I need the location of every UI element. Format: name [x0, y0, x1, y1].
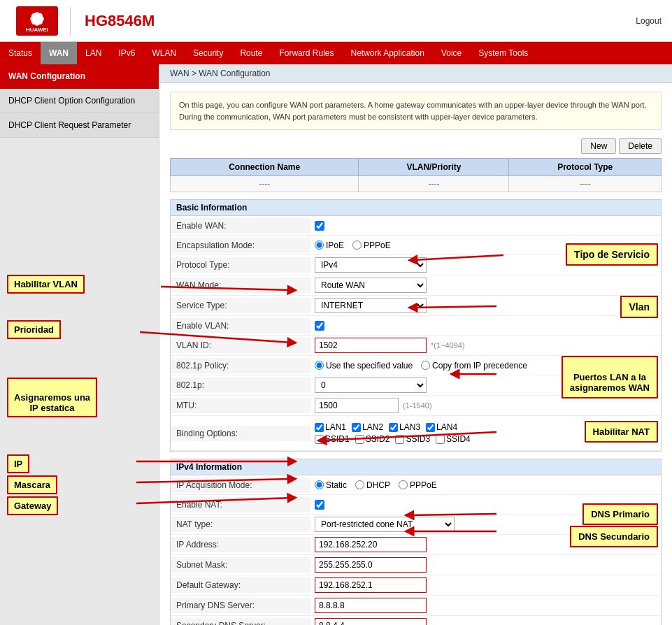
sidebar-item-dhcp-option[interactable]: DHCP Client Option Configuration [0, 89, 159, 113]
enable-nat-checkbox[interactable] [315, 500, 324, 510]
primary-dns-value [310, 596, 661, 615]
ip-pppoe-label[interactable]: PPPoE [399, 480, 437, 490]
vlan-id-input[interactable] [315, 338, 427, 353]
enable-wan-label: Enable WAN: [171, 218, 310, 234]
binding-ssid2-label[interactable]: SSID2 [355, 434, 390, 444]
connections-table: Connection Name VLAN/Priority Protocol T… [170, 158, 662, 192]
policy-copy-ip-label[interactable]: Copy from IP precedence [421, 361, 527, 371]
table-area: New Delete Connection Name VLAN/Priority… [170, 138, 662, 192]
ipv4-info-section: IPv4 Information IP Acquisition Mode: St… [170, 459, 662, 625]
binding-lan2-label[interactable]: LAN2 [352, 422, 383, 432]
enable-nat-value [310, 498, 661, 512]
mtu-input[interactable] [315, 398, 399, 413]
ip-address-label: IP Address: [171, 537, 310, 552]
policy-copy-ip-radio[interactable] [421, 361, 430, 370]
nav-forward-rules[interactable]: Forward Rules [271, 42, 342, 64]
encap-mode-row: Encapsulation Mode: IPoE PPPoE [171, 236, 661, 255]
service-type-row: Service Type: INTERNET [171, 296, 661, 316]
mtu-hint: (1-1540) [403, 401, 432, 410]
cell-protocol: ---- [509, 176, 662, 192]
enable-wan-checkbox[interactable] [315, 221, 324, 231]
subnet-mask-input[interactable] [315, 557, 427, 573]
ip-address-value [310, 535, 661, 554]
enable-vlan-value [310, 319, 661, 333]
default-gw-input[interactable] [315, 577, 427, 593]
nav-ipv6[interactable]: IPv6 [110, 42, 143, 64]
basic-info-header: Basic Information [171, 200, 661, 216]
secondary-dns-input[interactable] [315, 618, 427, 625]
nat-type-select[interactable]: Port-restricted cone NAT [315, 517, 455, 532]
binding-lan2-checkbox[interactable] [352, 423, 361, 432]
binding-ssid1-checkbox[interactable] [315, 435, 324, 444]
binding-ssid3-checkbox[interactable] [395, 435, 404, 444]
encap-ipoe-radio[interactable] [315, 240, 324, 250]
sidebar: WAN Configuration DHCP Client Option Con… [0, 64, 159, 625]
policy-8021p-label: 802.1p Policy: [171, 358, 310, 373]
binding-label: Binding Options: [171, 426, 310, 441]
binding-ssid-checks: SSID1 SSID2 SSID3 SSID4 [315, 434, 471, 444]
binding-ssid1-label[interactable]: SSID1 [315, 434, 350, 444]
ip-dhcp-label[interactable]: DHCP [355, 480, 390, 490]
secondary-dns-label: Secondary DNS Server: [171, 618, 310, 625]
new-button[interactable]: New [581, 138, 616, 154]
delete-button[interactable]: Delete [619, 138, 662, 154]
ip-address-input[interactable] [315, 537, 427, 552]
primary-dns-input[interactable] [315, 598, 427, 613]
app-title: HG8546M [85, 12, 155, 30]
binding-lan-checks: LAN1 LAN2 LAN3 LAN4 [315, 422, 471, 432]
encap-ipoe-label[interactable]: IPoE [315, 240, 344, 250]
vlan-id-value: *(1~4094) [310, 336, 661, 355]
nav-voice[interactable]: Voice [433, 42, 470, 64]
policy-use-specified-label[interactable]: Use the specified value [315, 361, 413, 371]
ip-acq-row: IP Acquisition Mode: Static DHCP PPPo [171, 475, 661, 495]
nav-wan[interactable]: WAN [41, 42, 77, 64]
enable-vlan-checkbox[interactable] [315, 321, 324, 331]
encap-pppoe-radio[interactable] [352, 240, 362, 250]
service-type-value: INTERNET [310, 296, 661, 315]
ip-dhcp-radio[interactable] [355, 480, 364, 489]
nav-system-tools[interactable]: System Tools [470, 42, 536, 64]
nav-route[interactable]: Route [231, 42, 271, 64]
enable-nat-label: Enable NAT: [171, 497, 310, 512]
binding-value: LAN1 LAN2 LAN3 LAN4 SSID1 SSID2 SSID3 SS… [310, 420, 661, 446]
svg-text:HUAWEI: HUAWEI [26, 27, 48, 33]
nav-status[interactable]: Status [0, 42, 41, 64]
nav-network-app[interactable]: Network Application [342, 42, 432, 64]
binding-lan3-checkbox[interactable] [389, 423, 398, 432]
binding-lan1-checkbox[interactable] [315, 423, 324, 432]
binding-ssid2-checkbox[interactable] [355, 435, 364, 444]
val-8021p-select[interactable]: 0 [315, 378, 427, 393]
binding-ssid3-label[interactable]: SSID3 [395, 434, 430, 444]
binding-lan4-checkbox[interactable] [426, 423, 435, 432]
default-gw-row: Default Gateway: [171, 575, 661, 596]
binding-lan3-label[interactable]: LAN3 [389, 422, 420, 432]
nav-security[interactable]: Security [185, 42, 231, 64]
vlan-id-label: VLAN ID: [171, 338, 310, 353]
service-type-select[interactable]: INTERNET [315, 298, 427, 313]
vlan-hint: *(1~4094) [431, 341, 465, 350]
binding-lan4-label[interactable]: LAN4 [426, 422, 457, 432]
enable-nat-row: Enable NAT: [171, 495, 661, 515]
ip-static-radio[interactable] [315, 480, 324, 489]
protocol-type-select[interactable]: IPv4 [315, 257, 427, 273]
secondary-dns-value [310, 616, 661, 625]
col-vlan-priority: VLAN/Priority [359, 159, 509, 176]
binding-ssid4-label[interactable]: SSID4 [436, 434, 471, 444]
ip-static-label[interactable]: Static [315, 480, 347, 490]
logout-button[interactable]: Logout [636, 16, 662, 26]
binding-lan1-label[interactable]: LAN1 [315, 422, 346, 432]
binding-ssid4-checkbox[interactable] [436, 435, 445, 444]
ip-acq-value: Static DHCP PPPoE [310, 478, 661, 492]
primary-dns-row: Primary DNS Server: [171, 596, 661, 616]
enable-wan-value [310, 219, 661, 233]
policy-use-specified-radio[interactable] [315, 361, 324, 370]
encap-pppoe-label[interactable]: PPPoE [352, 240, 391, 250]
nav-lan[interactable]: LAN [77, 42, 110, 64]
sidebar-item-dhcp-request[interactable]: DHCP Client Request Parameter [0, 113, 159, 138]
subnet-mask-value [310, 555, 661, 575]
sidebar-item-wan-config[interactable]: WAN Configuration [0, 64, 159, 89]
huawei-logo: HUAWEI [10, 6, 63, 36]
wan-mode-select[interactable]: Route WAN [315, 278, 427, 293]
nav-wlan[interactable]: WLAN [143, 42, 185, 64]
ip-pppoe-radio[interactable] [399, 480, 408, 489]
